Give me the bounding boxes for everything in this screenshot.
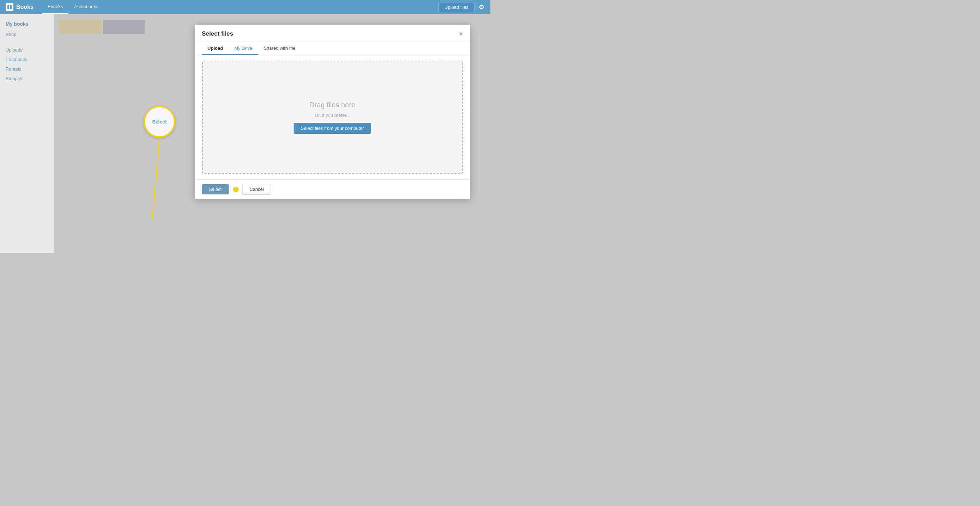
footer-dot-indicator (233, 187, 239, 192)
header-tabs: Ebooks Audiobooks (42, 0, 439, 14)
prefer-text: Or, if you prefer... (315, 113, 350, 118)
sidebar-item-shop[interactable]: Shop (0, 30, 54, 39)
main-layout: My books Shop Uploads Purchases Rentals … (0, 14, 490, 253)
modal-select-button[interactable]: Select (202, 184, 229, 194)
modal-cancel-button[interactable]: Cancel (242, 184, 271, 195)
sidebar: My books Shop Uploads Purchases Rentals … (0, 14, 54, 253)
tab-audiobooks[interactable]: Audiobooks (68, 0, 104, 14)
svg-rect-0 (7, 5, 9, 9)
modal-header: Select files × (195, 25, 470, 42)
upload-drop-area[interactable]: Drag files here Or, if you prefer... Sel… (202, 61, 463, 173)
logo-icon (6, 3, 13, 11)
sidebar-item-samples[interactable]: Samples (0, 74, 54, 83)
modal-title: Select files (202, 30, 233, 41)
content-area: Select files × Upload My Drive Shared wi… (54, 14, 490, 253)
modal-tab-shared[interactable]: Shared with me (258, 42, 301, 55)
gear-icon[interactable]: ⚙ (479, 3, 484, 11)
modal-footer: Select Cancel (195, 179, 470, 199)
drag-files-text: Drag files here (309, 101, 355, 109)
modal-tab-upload[interactable]: Upload (202, 42, 229, 55)
modal-close-button[interactable]: × (459, 31, 463, 41)
sidebar-item-uploads[interactable]: Uploads (0, 45, 54, 55)
app-logo: Books (6, 3, 33, 11)
sidebar-item-purchases[interactable]: Purchases (0, 55, 54, 64)
app-header: Books Ebooks Audiobooks Upload files ⚙ (0, 0, 490, 14)
select-files-from-computer-button[interactable]: Select files from your computer (294, 123, 371, 134)
tab-ebooks[interactable]: Ebooks (42, 0, 68, 14)
upload-files-button[interactable]: Upload files (439, 2, 474, 12)
sidebar-item-rentals[interactable]: Rentals (0, 64, 54, 74)
app-title: Books (16, 4, 33, 10)
sidebar-divider (0, 42, 54, 42)
svg-rect-1 (10, 5, 12, 9)
modal-tabs: Upload My Drive Shared with me (195, 42, 470, 55)
modal-tab-my-drive[interactable]: My Drive (229, 42, 258, 55)
select-files-modal: Select files × Upload My Drive Shared wi… (195, 25, 470, 199)
sidebar-my-books[interactable]: My books (0, 18, 54, 30)
header-right: Upload files ⚙ (439, 2, 484, 12)
